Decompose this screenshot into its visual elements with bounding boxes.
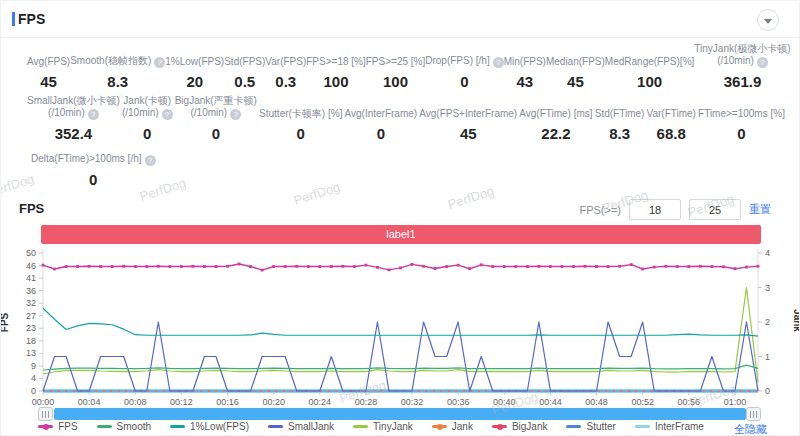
watermark: PerfDog [292,179,342,208]
legend-item[interactable]: BigJank [492,421,548,432]
watermark: PerfDog [446,183,496,212]
stat-label: FPS>=18 [%] [306,56,365,67]
scrollbar-left-handle[interactable] [38,407,53,421]
help-icon[interactable]: ? [162,109,173,120]
help-icon[interactable]: ? [88,109,99,120]
svg-text:00:12: 00:12 [170,397,193,407]
legend-line-swatch [492,425,507,428]
svg-text:00:24: 00:24 [309,397,332,407]
svg-text:3: 3 [765,283,770,293]
stat-item: FPS>=18 [%]? ? 100 [306,43,365,90]
stat-value: 0.3 [265,73,306,90]
stat-item: Std(FPS)? ? 0.5 [224,43,265,90]
help-icon[interactable]: ? [493,57,504,68]
hide-all-link[interactable]: 全隐藏 [734,422,767,436]
stat-value: 0 [175,125,257,142]
stat-item: Avg(FPS)? ? 45 [27,43,70,90]
legend-item[interactable]: Jank [432,421,473,432]
svg-text:00:20: 00:20 [262,397,285,407]
svg-text:36: 36 [26,286,36,296]
legend-line-swatch [97,425,112,428]
stat-item: FPS>=25 [%]? ? 100 [366,43,425,90]
stat-label: SmallJank(微小卡顿) [27,95,120,106]
stat-label: Drop(FPS) [/h] [425,55,489,66]
svg-text:0: 0 [765,386,770,396]
stat-item: Drop(FPS) [/h]? ? 0 [425,43,503,90]
y-axis-title-left: FPS [0,313,10,332]
legend-item[interactable]: SmallJank [268,421,334,432]
legend-line-swatch [566,425,581,428]
svg-text:00:00: 00:00 [32,397,55,407]
svg-text:0: 0 [31,386,36,396]
fps-threshold-input-low[interactable] [629,199,681,220]
help-icon[interactable]: ? [145,155,156,166]
stat-value: 0 [425,73,503,90]
svg-text:32: 32 [26,298,36,308]
help-icon[interactable]: ? [154,57,165,68]
stat-value: 43 [504,73,546,90]
stat-label: Median(FPS) [546,56,605,67]
legend-item[interactable]: Smooth [97,421,151,432]
stat-label: Std(FPS) [224,56,265,67]
stat-item: Avg(FTime) [ms]? ? 22.2 [519,95,592,142]
help-icon[interactable]: ? [757,57,768,68]
legend-item[interactable]: Stutter [566,421,615,432]
stat-value: 100 [366,73,425,90]
stat-item: Avg(InterFrame)? ? 0 [345,95,418,142]
reset-link[interactable]: 重置 [749,202,771,217]
stat-label: Var(FTime) [646,108,695,119]
svg-text:4: 4 [31,373,36,383]
stat-label-line2: (/10min) [190,107,227,118]
grip-icon [42,411,50,418]
collapse-button[interactable] [757,9,779,31]
legend-item[interactable]: FPS [38,421,77,432]
scrollbar-right-handle[interactable] [746,407,761,421]
legend-item[interactable]: TinyJank [353,421,413,432]
legend-label: 1%Low(FPS) [190,421,249,432]
stat-label: BigJank(严重卡顿) [175,95,257,106]
stat-label: Jank(卡顿) [123,95,171,106]
stat-label: FPS>=25 [%] [366,56,425,67]
scene-label-banner[interactable]: label1 [41,225,761,244]
time-range-scrollbar[interactable] [54,408,746,420]
stat-item: Avg(FPS+InterFrame)? ? 45 [419,95,517,142]
panel-header: FPS [1,1,799,38]
stat-item: Stutter(卡顿率) [%]? ? 0 [259,95,342,142]
legend-item[interactable]: 1%Low(FPS) [170,421,249,432]
stat-item: Median(FPS)? ? 45 [546,43,605,90]
stat-label: Std(FTime) [595,108,645,119]
chart-section-title: FPS [19,201,44,216]
stat-value: 100 [605,73,694,90]
svg-text:00:32: 00:32 [401,397,424,407]
svg-text:23: 23 [26,323,36,333]
legend-label: FPS [58,421,77,432]
stat-item: 1%Low(FPS)? ? 20 [165,43,224,90]
svg-text:00:16: 00:16 [216,397,239,407]
legend-label: SmallJank [288,421,334,432]
stat-label: Smooth(稳帧指数) [70,55,151,66]
svg-text:13: 13 [26,348,36,358]
stat-item: MedRange(FPS)[%]? ? 100 [605,43,694,90]
svg-text:00:04: 00:04 [78,397,101,407]
line-chart[interactable]: 5046413632272318139404321000:0000:0400:0… [1,247,800,407]
stat-label: Avg(FPS+InterFrame) [419,108,517,119]
stat-label: 1%Low(FPS) [165,56,224,67]
stat-label: Var(FPS) [265,56,306,67]
stat-label: Delta(FTime)>100ms [/h] [31,153,142,164]
stat-value: 68.8 [646,125,695,142]
svg-text:18: 18 [26,336,36,346]
stat-value: 45 [27,73,70,90]
stat-label: FTime>=100ms [%] [698,108,785,119]
stats-row-3: Delta(FTime)>100ms [/h]? 0 [31,153,156,188]
legend-item[interactable]: InterFrame [635,421,704,432]
stat-value: 0 [31,171,156,188]
fps-threshold-input-high[interactable] [689,199,741,220]
stat-item: SmallJank(微小卡顿)? (/10min)? 352.4 [27,95,120,142]
legend-label: InterFrame [655,421,704,432]
help-icon[interactable]: ? [230,109,241,120]
fps-threshold-label: FPS(>=) [579,204,621,216]
svg-text:46: 46 [26,261,36,271]
stat-value: 0 [698,125,785,142]
legend-line-swatch [353,425,368,428]
stat-label: Min(FPS) [504,56,546,67]
